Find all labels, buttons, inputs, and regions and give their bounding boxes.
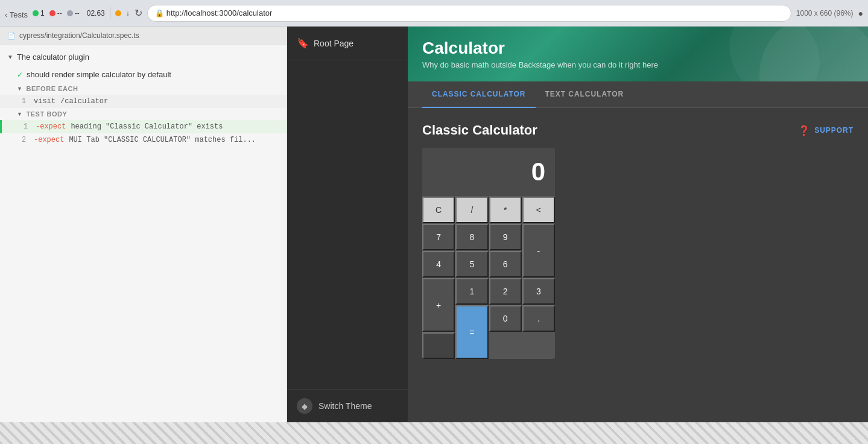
cypress-file-header: 📄 cypress/integration/Calculator.spec.ts [0, 27, 287, 45]
address-bar[interactable]: 🔒 http://localhost:3000/calculator [147, 5, 791, 22]
back-icon[interactable]: ‹ Tests [5, 10, 28, 16]
pending-dot [67, 10, 73, 16]
lock-icon: 🔒 [155, 9, 164, 17]
calc-btn-minus[interactable]: - [522, 224, 555, 278]
download-icon: ↓ [126, 9, 130, 17]
before-each-chevron: ▼ [17, 86, 22, 92]
calc-btn-divide[interactable]: / [455, 197, 488, 223]
switch-theme-label: Switch Theme [318, 401, 372, 411]
status-dot [115, 10, 121, 16]
pass-indicator: 1 [33, 9, 45, 17]
app-subtitle: Why do basic math outside Backstage when… [422, 60, 854, 69]
viewport-info: 1000 x 660 (96%) [796, 9, 854, 17]
test-body-section: ▼ TEST BODY [0, 108, 287, 120]
calc-btn-8[interactable]: 8 [455, 224, 488, 250]
suite-chevron: ▼ [7, 54, 13, 60]
cypress-file-path: cypress/integration/Calculator.spec.ts [19, 31, 139, 40]
menu-icon: ● [858, 8, 863, 18]
calc-btn-6[interactable]: 6 [489, 251, 522, 278]
calc-btn-2[interactable]: 2 [489, 278, 522, 305]
calc-display: 0 [422, 148, 555, 196]
cypress-panel: 📄 cypress/integration/Calculator.spec.ts… [0, 27, 287, 422]
pending-indicator: -- [67, 9, 80, 17]
test-body-line-2: 2 -expect MUI Tab "CLASSIC CALCULATOR" m… [0, 133, 287, 147]
calc-btn-backspace[interactable]: < [522, 197, 555, 223]
fail-indicator: -- [49, 9, 62, 17]
striped-footer [0, 422, 868, 444]
test-body-label: TEST BODY [26, 110, 67, 118]
browser-bar: ‹ Tests 1 -- -- 02.63 ↓ ↻ 🔒 http://local… [0, 0, 868, 27]
calc-btn-9[interactable]: 9 [489, 224, 522, 250]
calc-btn-4[interactable]: 4 [422, 251, 455, 278]
calc-btn-1[interactable]: 1 [455, 278, 488, 305]
bookmark-icon: 🔖 [297, 37, 309, 49]
support-label: SUPPORT [814, 126, 854, 135]
calc-btn-multiply[interactable]: * [489, 197, 522, 223]
refresh-button[interactable]: ↻ [135, 7, 142, 19]
fail-dot [49, 10, 55, 16]
test-time: 02.63 [87, 9, 105, 17]
before-each-line-1: 1 visit /calculator [0, 95, 287, 108]
calc-btn-3[interactable]: 3 [522, 278, 555, 305]
test-body-line-1: 1 -expect heading "Classic Calculator" e… [0, 120, 287, 133]
right-top-area: 🔖 Root Page ◆ Switch Theme Calculator Wh… [287, 27, 868, 422]
test-body-chevron: ▼ [17, 111, 22, 117]
cypress-suite: ▼ The calculator plugin ✓ should render … [0, 45, 287, 149]
app-tabs: CLASSIC CALCULATOR TEXT CALCULATOR [408, 81, 868, 108]
switch-theme-button[interactable]: ◆ Switch Theme [287, 389, 408, 422]
theme-icon-glyph: ◆ [302, 402, 308, 411]
calc-btn-decimal[interactable]: . [522, 305, 555, 332]
right-panel: 🔖 Root Page ◆ Switch Theme Calculator Wh… [287, 27, 868, 422]
before-each-label: BEFORE EACH [26, 85, 78, 92]
before-each-section: ▼ BEFORE EACH [0, 83, 287, 95]
calc-btn-equals[interactable]: = [455, 305, 488, 359]
sidebar-root-label: Root Page [314, 39, 353, 48]
calc-btn-empty [422, 332, 455, 359]
test-item: ✓ should render simple calculator by def… [0, 66, 287, 83]
calc-btn-c[interactable]: C [422, 197, 455, 223]
calc-btn-7[interactable]: 7 [422, 224, 455, 250]
app-banner: Calculator Why do basic math outside Bac… [408, 27, 868, 81]
pass-dot [33, 10, 39, 16]
calc-btn-5[interactable]: 5 [455, 251, 488, 278]
support-icon: ❓ [798, 125, 811, 136]
calc-buttons: C / * < 7 8 9 - 4 5 6 [422, 196, 555, 359]
calc-display-value: 0 [531, 157, 545, 186]
tab-classic-calculator[interactable]: CLASSIC CALCULATOR [422, 81, 536, 108]
sidebar-root-page[interactable]: 🔖 Root Page [287, 27, 408, 60]
calc-btn-plus[interactable]: + [422, 278, 455, 332]
sidebar-nav: 🔖 Root Page ◆ Switch Theme [287, 27, 408, 422]
tab-text-calculator[interactable]: TEXT CALCULATOR [536, 81, 634, 108]
app-title: Calculator [422, 39, 854, 58]
main-content-area: Calculator Why do basic math outside Bac… [408, 27, 868, 422]
test-label: should render simple calculator by defau… [27, 70, 171, 79]
url-text: http://localhost:3000/calculator [166, 8, 273, 17]
support-button[interactable]: ❓ SUPPORT [798, 125, 854, 136]
app-body: Classic Calculator ❓ SUPPORT 0 [408, 108, 868, 422]
calc-header: Classic Calculator ❓ SUPPORT [422, 122, 854, 138]
calc-btn-0[interactable]: 0 [489, 305, 522, 332]
suite-name: The calculator plugin [17, 52, 89, 62]
calculator-widget: 0 C / * < 7 8 9 - [422, 148, 555, 359]
theme-icon: ◆ [297, 398, 312, 414]
tab-divider [110, 7, 110, 19]
calc-title: Classic Calculator [422, 122, 537, 138]
suite-header: ▼ The calculator plugin [0, 48, 287, 66]
file-icon: 📄 [7, 32, 16, 40]
check-icon: ✓ [17, 71, 23, 79]
main-area: 📄 cypress/integration/Calculator.spec.ts… [0, 27, 868, 422]
